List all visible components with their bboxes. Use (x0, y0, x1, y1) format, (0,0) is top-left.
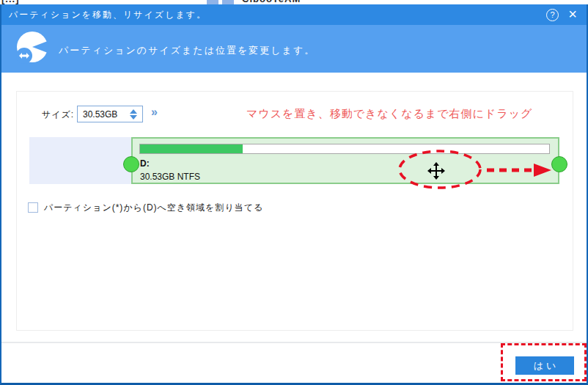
spinner-down-icon[interactable] (130, 115, 137, 120)
partition-usage-bar (139, 144, 550, 154)
confirm-button[interactable]: はい (515, 356, 574, 375)
unallocated-space-block (29, 137, 131, 184)
dialog-footer: はい (1, 343, 587, 383)
partition-drive-letter: D: (140, 158, 150, 169)
size-input[interactable]: 30.53GB (77, 106, 143, 122)
move-cursor-icon (427, 162, 445, 183)
size-stepper[interactable] (129, 108, 138, 121)
partition-size-info: 30.53GB NTFS (140, 172, 200, 182)
dialog-titlebar: パーティションを移動、リサイズします。 ? × (1, 4, 587, 25)
partition-usage-fill (140, 144, 243, 153)
dialog-title: パーティションを移動、リサイズします。 (9, 9, 207, 21)
right-resize-handle[interactable] (551, 156, 567, 172)
allocate-free-space-checkbox[interactable] (28, 202, 38, 213)
resize-partition-icon (15, 30, 50, 68)
size-value: 30.53GB (83, 109, 117, 120)
help-icon[interactable]: ? (546, 9, 559, 21)
left-resize-handle[interactable] (123, 156, 139, 172)
dialog-body: サイズ: 30.53GB » マウスを置き、移動できなくなるまで右側にドラッグ … (1, 73, 587, 342)
expand-chevron-icon[interactable]: » (151, 106, 158, 119)
size-label: サイズ: (42, 109, 74, 121)
allocate-free-space-label: パーティション(*)から(D)へ空き領域を割り当てる (44, 202, 263, 214)
instruction-annotation-text: マウスを置き、移動できなくなるまで右側にドラッグ (246, 107, 532, 121)
close-icon[interactable]: × (565, 5, 581, 23)
move-resize-partition-dialog: パーティションを移動、リサイズします。 ? × パーティションのサイズまたは位置… (0, 4, 588, 385)
dialog-subtitle: パーティションのサイズまたは位置を変更します。 (59, 44, 315, 57)
dialog-subheader: パーティションのサイズまたは位置を変更します。 (1, 25, 587, 73)
screen: [...] CibooTeAM パーティションを移動、リサイズします。 ? × … (0, 0, 588, 385)
spinner-up-icon[interactable] (130, 109, 137, 114)
partition-block-d[interactable]: D: 30.53GB NTFS (131, 137, 559, 184)
